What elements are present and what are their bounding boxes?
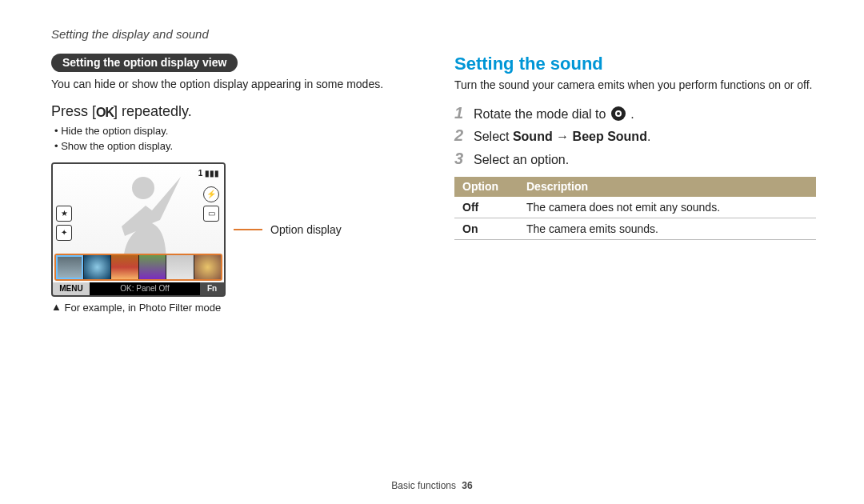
- footer-section: Basic functions: [391, 480, 456, 491]
- gear-icon: [611, 106, 626, 121]
- figure-caption: ▲ For example, in Photo Filter mode: [51, 302, 413, 314]
- page-number: 36: [462, 480, 472, 491]
- options-table: Option Description Off The camera does n…: [454, 177, 816, 240]
- panel-off-label: OK: Panel Off: [90, 282, 200, 295]
- table-header: Description: [518, 177, 816, 197]
- filter-thumb: [84, 255, 111, 279]
- intro-text: Turn the sound your camera emits when yo…: [454, 78, 816, 93]
- arrow-icon: →: [553, 130, 573, 143]
- table-header: Option: [454, 177, 518, 197]
- press-suffix: ] repeatedly.: [114, 103, 192, 119]
- left-column: Setting the option display view You can …: [51, 54, 413, 314]
- option-strip: [54, 254, 222, 281]
- step-text: Select Sound → Beep Sound.: [474, 128, 816, 146]
- fn-label: Fn: [200, 282, 224, 295]
- star-badge-icon: ★: [56, 206, 72, 222]
- up-triangle-icon: ▲: [51, 301, 62, 313]
- size-icon: ▭: [203, 206, 219, 222]
- battery-indicator: 1 ▮▮▮: [198, 169, 219, 178]
- step-2: 2 Select Sound → Beep Sound.: [454, 126, 816, 146]
- step-3: 3 Select an option.: [454, 150, 816, 169]
- list-item: Show the option display.: [54, 138, 413, 154]
- lcd-bottom-bar: MENU OK: Panel Off Fn: [53, 282, 224, 295]
- camera-lcd: ★ ✦ ⚡ ▭ 1 ▮▮▮ MENU: [51, 162, 226, 297]
- person-silhouette-icon: [99, 169, 187, 265]
- filter-thumb: [194, 255, 222, 279]
- step-text: Rotate the mode dial to .: [474, 106, 816, 123]
- table-row: Off The camera does not emit any sounds.: [454, 197, 816, 218]
- t: Rotate the mode dial to: [474, 107, 610, 121]
- menu-label: MENU: [53, 282, 90, 295]
- t: Select: [474, 130, 513, 143]
- off-badge-icon: ✦: [56, 225, 72, 241]
- step-1: 1 Rotate the mode dial to .: [454, 104, 816, 123]
- t: .: [627, 107, 634, 121]
- option-desc: The camera emits sounds.: [518, 218, 816, 240]
- filter-thumb: [56, 255, 83, 279]
- step-number: 3: [454, 150, 467, 168]
- manual-page: Setting the display and sound Setting th…: [0, 0, 864, 504]
- t: .: [647, 130, 650, 143]
- press-prefix: Press [: [51, 103, 96, 119]
- steps: 1 Rotate the mode dial to . 2 Select Sou…: [454, 104, 816, 169]
- filter-thumb: [166, 255, 194, 279]
- option-name: On: [454, 218, 518, 240]
- right-column: Setting the sound Turn the sound your ca…: [454, 54, 816, 314]
- step-number: 2: [454, 126, 467, 145]
- step-text: Select an option.: [474, 151, 816, 169]
- leader-label: Option display: [270, 223, 342, 236]
- intro-text: You can hide or show the option display …: [51, 77, 413, 92]
- option-name: Off: [454, 197, 518, 218]
- lcd-viewarea: ★ ✦ ⚡ ▭ 1 ▮▮▮: [53, 164, 224, 266]
- columns: Setting the option display view You can …: [51, 54, 816, 314]
- filter-thumb: [111, 255, 138, 279]
- table-row: On The camera emits sounds.: [454, 218, 816, 240]
- filter-thumb: [139, 255, 166, 279]
- lcd-figure: ★ ✦ ⚡ ▭ 1 ▮▮▮ MENU: [51, 162, 413, 297]
- step-number: 1: [454, 104, 467, 122]
- section-pill: Setting the option display view: [51, 54, 238, 72]
- option-desc: The camera does not emit any sounds.: [518, 197, 816, 218]
- caption-text: For example, in Photo Filter mode: [65, 302, 222, 314]
- press-instruction: Press [OK] repeatedly.: [51, 103, 413, 120]
- flash-icon: ⚡: [203, 186, 219, 202]
- bullet-list: Hide the option display. Show the option…: [54, 123, 413, 154]
- section-heading: Setting the sound: [454, 54, 816, 74]
- t: Beep Sound: [573, 130, 647, 143]
- list-item: Hide the option display.: [54, 123, 413, 139]
- leader-line: [234, 229, 262, 230]
- t: Sound: [513, 130, 553, 143]
- breadcrumb: Setting the display and sound: [51, 27, 816, 41]
- ok-key-icon: OK: [96, 106, 114, 120]
- page-footer: Basic functions 36: [0, 480, 864, 491]
